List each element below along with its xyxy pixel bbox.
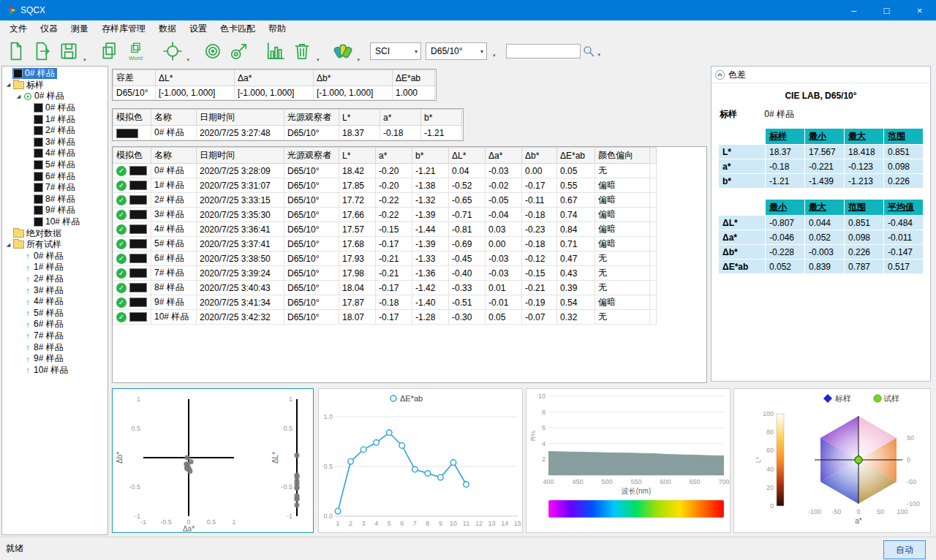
- copy-to-word-button[interactable]: Word: [123, 38, 149, 64]
- delete-button[interactable]: [289, 38, 315, 64]
- tree-item[interactable]: 8# 样品: [2, 194, 107, 205]
- tree-item[interactable]: ↑10# 样品: [2, 364, 107, 376]
- standard-row[interactable]: 0# 样品2020/7/25 3:27:48D65/10°18.37-0.18-…: [113, 126, 462, 140]
- table-row[interactable]: ✓8# 样品2020/7/25 3:40:43D65/10°18.04-0.17…: [113, 281, 657, 295]
- menu-item-0[interactable]: 文件: [3, 20, 34, 37]
- maximize-button[interactable]: □: [870, 0, 903, 20]
- tree-item[interactable]: ↑0# 样品: [2, 251, 107, 262]
- folder-icon: [13, 230, 24, 238]
- measurement-mode-select[interactable]: SCI▾: [370, 42, 421, 60]
- color-match-button[interactable]: [330, 38, 356, 64]
- column-header[interactable]: 颜色偏向: [595, 148, 650, 164]
- column-header[interactable]: 日期时间: [197, 148, 284, 164]
- tree-item[interactable]: 7# 样品: [2, 182, 107, 194]
- column-header[interactable]: Δa*: [486, 148, 522, 164]
- export-document-button[interactable]: [29, 38, 56, 64]
- menu-item-6[interactable]: 色卡匹配: [214, 20, 262, 37]
- toolbar-overflow-icon[interactable]: ▾: [187, 57, 190, 63]
- toolbar-overflow-icon[interactable]: ▾: [317, 57, 320, 63]
- tree-item[interactable]: 6# 样品: [2, 170, 107, 182]
- expander-icon[interactable]: ◢: [15, 94, 23, 99]
- column-header[interactable]: 名称: [151, 148, 197, 164]
- illuminant-observer-select[interactable]: D65/10°▾: [426, 42, 487, 60]
- measure-button[interactable]: [226, 38, 252, 64]
- menu-item-4[interactable]: 数据: [152, 20, 183, 37]
- column-header[interactable]: b*: [412, 148, 449, 164]
- search-button[interactable]: [581, 43, 597, 59]
- table-row[interactable]: ✓6# 样品2020/7/25 3:38:50D65/10°17.93-0.21…: [113, 251, 657, 266]
- menu-item-5[interactable]: 设置: [183, 20, 214, 37]
- column-header[interactable]: 光源观察者: [284, 148, 339, 164]
- tree-item[interactable]: ◢所有试样: [2, 239, 107, 251]
- delta-ab-scatter-panel[interactable]: -1-0.500.5110.5-0.5-1Δa*Δb*10.5-0.5-1ΔL*: [112, 388, 314, 533]
- table-row[interactable]: ✓0# 样品2020/7/25 3:28:09D65/10°18.42-0.20…: [113, 164, 657, 178]
- svg-text:3: 3: [362, 520, 366, 527]
- table-row[interactable]: ✓9# 样品2020/7/25 3:41:34D65/10°17.87-0.18…: [113, 295, 657, 310]
- column-header[interactable]: 模拟色: [113, 148, 151, 164]
- menu-item-1[interactable]: 仪器: [34, 20, 64, 37]
- close-button[interactable]: ×: [903, 0, 936, 20]
- table-row[interactable]: ✓4# 样品2020/7/25 3:36:41D65/10°17.57-0.15…: [113, 222, 657, 237]
- tree-item[interactable]: 4# 样品: [2, 148, 107, 159]
- new-document-button[interactable]: [3, 38, 29, 64]
- tree-item[interactable]: ↑9# 样品: [2, 353, 107, 365]
- menu-item-7[interactable]: 帮助: [262, 20, 292, 37]
- column-header[interactable]: L*: [339, 148, 376, 164]
- color-swatch-icon: [34, 217, 43, 227]
- delta-e-trend-panel[interactable]: ΔE*ab0.00.51.0123456789101112131415: [318, 388, 523, 533]
- copy-button[interactable]: [97, 38, 123, 64]
- lab-gamut-panel[interactable]: 标样试样100806040200L*-100-50050100a*500-50-…: [733, 388, 931, 533]
- calibrate-target-button[interactable]: [159, 38, 186, 64]
- reflectance-spectrum-panel[interactable]: 108642R%400450500550600650700波长(nm): [526, 388, 731, 533]
- tree-item[interactable]: ↑6# 样品: [2, 319, 107, 330]
- tree-item[interactable]: ↑7# 样品: [2, 330, 107, 342]
- table-row[interactable]: ✓5# 样品2020/7/25 3:37:41D65/10°17.68-0.17…: [113, 237, 657, 251]
- tree-item[interactable]: ↑1# 样品: [2, 262, 107, 273]
- toolbar-overflow-icon[interactable]: ▾: [83, 57, 86, 63]
- tree-item[interactable]: ↑4# 样品: [2, 296, 107, 308]
- tree-item[interactable]: 3# 样品: [2, 137, 107, 148]
- search-input[interactable]: [506, 44, 581, 58]
- tree-item[interactable]: 0# 样品: [2, 68, 107, 80]
- tree-item[interactable]: ↑5# 样品: [2, 307, 107, 319]
- toolbar-overflow-icon[interactable]: ▾: [358, 57, 361, 63]
- tree-item[interactable]: 绝对数据: [2, 227, 107, 239]
- whiteboard-calibration-icon: [203, 41, 223, 61]
- tree-item[interactable]: ◢0# 样品: [2, 91, 107, 102]
- auto-button[interactable]: 自动: [883, 540, 926, 559]
- expander-icon[interactable]: ◢: [4, 82, 12, 88]
- tree-item[interactable]: ◢标样: [2, 80, 107, 91]
- statistics-chart-button[interactable]: [263, 38, 289, 64]
- pass-check-icon: ✓: [116, 210, 127, 220]
- toolbar-overflow-icon[interactable]: ▾: [598, 52, 601, 58]
- tree-item[interactable]: ↑8# 样品: [2, 341, 107, 353]
- table-row[interactable]: ✓1# 样品2020/7/25 3:31:07D65/10°17.85-0.20…: [113, 178, 657, 193]
- svg-text:600: 600: [660, 478, 671, 485]
- tree-item[interactable]: 0# 样品: [2, 102, 107, 114]
- column-header[interactable]: ΔL*: [449, 148, 486, 164]
- tree-item[interactable]: 1# 样品: [2, 113, 107, 125]
- menu-item-3[interactable]: 存样库管理: [95, 20, 152, 37]
- table-row[interactable]: ✓7# 样品2020/7/25 3:39:24D65/10°17.98-0.21…: [113, 266, 657, 281]
- tree-item[interactable]: 5# 样品: [2, 159, 107, 171]
- toolbar-overflow-icon[interactable]: ▾: [493, 53, 496, 58]
- minimize-button[interactable]: –: [837, 0, 870, 20]
- table-row[interactable]: ✓3# 样品2020/7/25 3:35:30D65/10°17.66-0.22…: [113, 208, 657, 222]
- tree-item[interactable]: ↑3# 样品: [2, 284, 107, 296]
- collapse-panel-icon[interactable]: [714, 69, 725, 80]
- trial-up-arrow-icon: ↑: [23, 251, 32, 260]
- tree-item[interactable]: 9# 样品: [2, 205, 107, 216]
- table-row[interactable]: ✓10# 样品2020/7/25 3:42:32D65/10°18.07-0.1…: [113, 310, 657, 325]
- tree-item[interactable]: 2# 样品: [2, 125, 107, 137]
- table-row[interactable]: ✓2# 样品2020/7/25 3:33:15D65/10°17.72-0.22…: [113, 193, 657, 208]
- column-header[interactable]: ΔE*ab: [557, 148, 595, 164]
- tree-item[interactable]: 10# 样品: [2, 216, 107, 228]
- whiteboard-calibration-button[interactable]: [200, 38, 226, 64]
- column-header[interactable]: [650, 148, 657, 164]
- expander-icon[interactable]: ◢: [4, 242, 12, 248]
- column-header[interactable]: Δb*: [522, 148, 557, 164]
- tree-item[interactable]: ↑2# 样品: [2, 273, 107, 285]
- menu-item-2[interactable]: 测量: [64, 20, 95, 37]
- save-button[interactable]: [56, 38, 82, 64]
- column-header[interactable]: a*: [376, 148, 412, 164]
